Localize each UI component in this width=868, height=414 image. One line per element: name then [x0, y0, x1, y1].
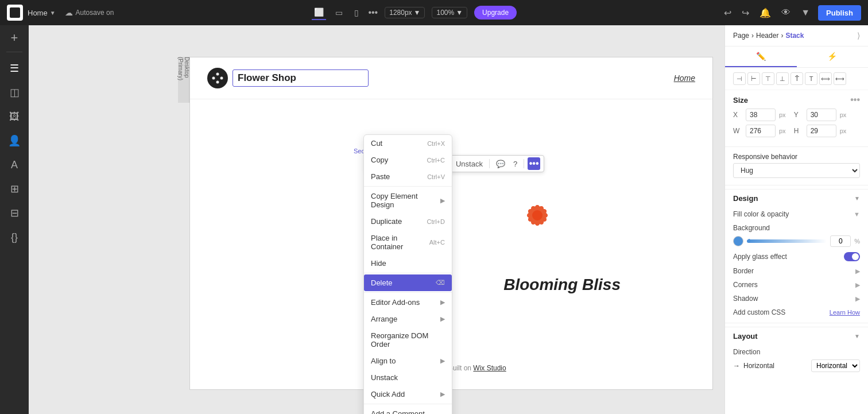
- sidebar-item-media[interactable]: 🖼: [4, 106, 25, 127]
- undo-button[interactable]: ↩: [722, 5, 734, 21]
- desktop-view-btn[interactable]: ⬜: [312, 5, 326, 20]
- breadcrumb-page[interactable]: Page: [733, 32, 749, 40]
- sidebar-item-members[interactable]: 👤: [4, 130, 25, 151]
- help-button[interactable]: ?: [510, 158, 520, 169]
- logo[interactable]: [7, 5, 23, 21]
- arrange-label: Arrange: [371, 315, 397, 323]
- glass-label: Apply glass effect: [733, 253, 787, 261]
- delete-label: Delete: [371, 278, 393, 287]
- breadcrumb-header[interactable]: Header: [756, 32, 778, 40]
- context-delete[interactable]: Delete ⌫: [364, 274, 452, 291]
- x-input[interactable]: [746, 109, 776, 121]
- size-options-btn[interactable]: •••: [850, 95, 860, 105]
- context-align-to[interactable]: Align to ▶: [364, 353, 452, 369]
- context-duplicate[interactable]: Duplicate Ctrl+D: [364, 213, 452, 230]
- corners-item[interactable]: Corners ▶: [725, 278, 868, 292]
- align-text-top-btn[interactable]: T̄: [790, 72, 803, 85]
- shadow-item[interactable]: Shadow ▶: [725, 292, 868, 305]
- align-middle-v-btn[interactable]: ⊥: [776, 72, 789, 85]
- align-top-btn[interactable]: ⊤: [762, 72, 774, 85]
- notifications-button[interactable]: 🔔: [757, 5, 773, 21]
- site-title-input[interactable]: [232, 69, 369, 87]
- context-arrange[interactable]: Arrange ▶: [364, 311, 452, 327]
- tab-design[interactable]: ✏️: [725, 47, 797, 67]
- mobile-view-btn[interactable]: ▯: [352, 6, 361, 20]
- horizontal-dir-icon: →: [733, 362, 740, 370]
- fill-color-item[interactable]: Fill color & opacity ▼: [725, 207, 868, 221]
- corners-label: Corners: [733, 281, 758, 289]
- autosave-indicator: ☁ Autosave on: [65, 8, 114, 17]
- toggle-knob: [852, 253, 859, 260]
- preview-button[interactable]: 👁: [779, 5, 793, 20]
- tablet-view-btn[interactable]: ▭: [333, 6, 345, 20]
- breadcrumb-stack[interactable]: Stack: [785, 32, 804, 40]
- tab-interactions[interactable]: ⚡: [797, 47, 869, 67]
- sidebar-item-pages[interactable]: ☰: [4, 58, 25, 79]
- layout-expand-toggle[interactable]: Layout ▼: [733, 332, 860, 341]
- copy-design-arrow: ▶: [440, 197, 445, 204]
- canvas-area: Home: [29, 25, 724, 414]
- context-copy[interactable]: Copy Ctrl+C: [364, 152, 452, 168]
- more-actions-btn[interactable]: •••: [528, 157, 540, 170]
- align-center-h-btn[interactable]: ⊢: [747, 72, 760, 85]
- w-input[interactable]: [746, 125, 776, 137]
- context-unstack[interactable]: Unstack: [364, 369, 452, 386]
- bg-percent-label: %: [854, 238, 860, 245]
- context-cut[interactable]: Cut Ctrl+X: [364, 135, 452, 152]
- main-layout: + ☰ ◫ 🖼 👤 A ⊞ ⊟ {}: [0, 25, 868, 414]
- y-input[interactable]: [807, 109, 836, 121]
- comment-button[interactable]: 💬: [493, 158, 508, 169]
- direction-row: Direction: [725, 345, 868, 357]
- nav-home-link[interactable]: Home: [674, 73, 695, 83]
- publish-button[interactable]: Publish: [818, 5, 861, 21]
- responsive-select[interactable]: Hug: [733, 163, 860, 178]
- sidebar-item-code[interactable]: {}: [4, 227, 25, 247]
- add-element-button[interactable]: +: [6, 30, 22, 46]
- sidebar-item-cms[interactable]: ⊟: [4, 203, 25, 223]
- context-quick-add[interactable]: Quick Add ▶: [364, 386, 452, 403]
- reorg-label: Reorganize DOM Order: [371, 331, 445, 349]
- align-distribute-v-btn[interactable]: ⟷: [834, 72, 846, 85]
- align-text-center-btn[interactable]: T: [805, 72, 817, 85]
- comment-label: Add a Comment: [371, 409, 425, 414]
- learn-how-link[interactable]: Learn How: [830, 309, 860, 316]
- responsive-section: Responsive behavior Hug: [733, 153, 860, 178]
- unstack-button[interactable]: Unstack: [453, 158, 486, 169]
- more-views-btn[interactable]: •••: [368, 7, 378, 18]
- upgrade-button[interactable]: Upgrade: [474, 6, 517, 20]
- page-selector[interactable]: Home ▼: [28, 9, 56, 17]
- custom-css-label: Add custom CSS: [733, 308, 785, 316]
- align-distribute-h-btn[interactable]: ⟺: [819, 72, 832, 85]
- sidebar-item-components[interactable]: ◫: [4, 82, 25, 103]
- context-add-comment[interactable]: Add a Comment: [364, 405, 452, 414]
- sidebar-item-fonts[interactable]: A: [4, 154, 25, 175]
- resolution-selector[interactable]: 1280px ▼: [385, 7, 425, 18]
- more-options-btn[interactable]: ▼: [799, 5, 812, 20]
- direction-dropdown[interactable]: Horizontal Vertical: [811, 359, 860, 372]
- context-paste[interactable]: Paste Ctrl+V: [364, 168, 452, 185]
- context-reorganize-dom[interactable]: Reorganize DOM Order: [364, 327, 452, 353]
- bg-opacity-input[interactable]: [830, 235, 851, 247]
- flower-decoration: [512, 189, 563, 243]
- align-left-btn[interactable]: ⊣: [733, 72, 746, 85]
- design-expand-toggle[interactable]: Design ▼: [733, 194, 860, 203]
- h-input[interactable]: [807, 125, 836, 137]
- section-divider3: [725, 323, 868, 323]
- glass-toggle[interactable]: [844, 252, 860, 261]
- bg-color-picker[interactable]: [733, 236, 743, 246]
- panel-collapse-button[interactable]: ⟩: [857, 31, 860, 40]
- copy-shortcut: Ctrl+C: [427, 157, 445, 164]
- sidebar-item-apps[interactable]: ⊞: [4, 179, 25, 199]
- border-label: Border: [733, 267, 754, 275]
- context-hide[interactable]: Hide: [364, 255, 452, 272]
- bg-opacity-slider[interactable]: [747, 239, 827, 243]
- redo-button[interactable]: ↪: [739, 5, 751, 21]
- border-item[interactable]: Border ▶: [725, 264, 868, 278]
- context-copy-design[interactable]: Copy Element Design ▶: [364, 188, 452, 213]
- addons-label: Editor Add-ons: [371, 298, 420, 307]
- topbar: Home ▼ ☁ Autosave on ⬜ ▭ ▯ ••• 1280px ▼ …: [0, 0, 868, 25]
- wix-studio-link[interactable]: Wix Studio: [473, 364, 506, 372]
- context-editor-addons[interactable]: Editor Add-ons ▶: [364, 294, 452, 311]
- context-place-container[interactable]: Place in Container Alt+C: [364, 230, 452, 255]
- zoom-selector[interactable]: 100% ▼: [432, 7, 467, 18]
